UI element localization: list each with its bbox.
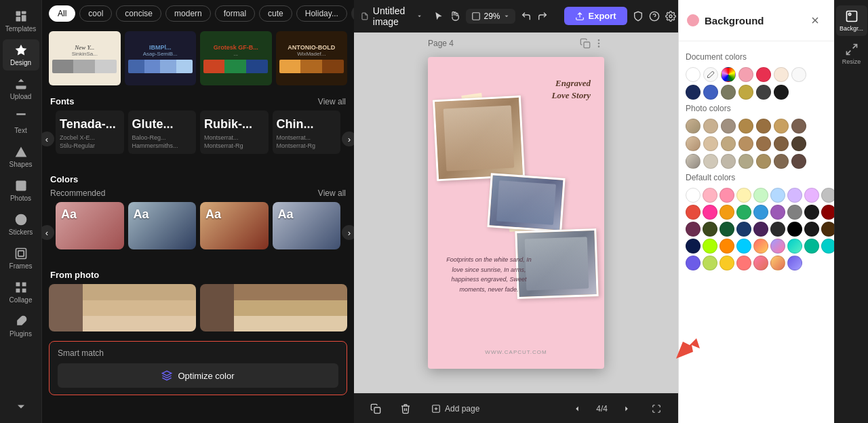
doc-color-black[interactable] bbox=[774, 85, 789, 100]
def-color-gradient3[interactable] bbox=[787, 239, 802, 254]
sidebar-collapse-btn[interactable] bbox=[3, 396, 39, 418]
photo-swatch-2[interactable] bbox=[200, 284, 347, 331]
shield-btn[interactable] bbox=[633, 5, 644, 27]
fonts-view-all[interactable]: View all bbox=[318, 97, 346, 106]
photo-c2-5[interactable] bbox=[774, 136, 789, 151]
optimize-color-btn[interactable]: Optimize color bbox=[58, 363, 338, 388]
template-card-3[interactable]: Grotesk GF-B... ... bbox=[200, 31, 272, 85]
def-color-green[interactable] bbox=[736, 205, 751, 220]
filter-tag-holiday[interactable]: Holiday... bbox=[296, 5, 347, 22]
def-color-cyan[interactable] bbox=[736, 239, 751, 254]
sidebar-item-plugins[interactable]: Plugins bbox=[3, 310, 39, 342]
palette-card-2[interactable]: Aa bbox=[128, 202, 197, 249]
photo-c3-6[interactable] bbox=[791, 154, 806, 169]
doc-color-navy[interactable] bbox=[686, 85, 701, 100]
sidebar-item-shapes[interactable]: Shapes bbox=[3, 141, 39, 172]
def-color-dark-wine[interactable] bbox=[686, 222, 701, 237]
doc-color-red[interactable] bbox=[756, 67, 771, 82]
def-color-dark-olive[interactable] bbox=[703, 222, 717, 237]
palette-card-4[interactable]: Aa bbox=[273, 202, 341, 249]
def-color-dark2[interactable] bbox=[804, 222, 819, 237]
sidebar-item-collage[interactable]: Collage bbox=[3, 277, 39, 308]
def-color-white[interactable] bbox=[686, 188, 701, 203]
def-color-salmon[interactable] bbox=[736, 256, 751, 270]
next-page-btn[interactable] bbox=[616, 398, 637, 420]
def-color-dark-green[interactable] bbox=[719, 222, 734, 237]
def-color-gray-med[interactable] bbox=[787, 205, 802, 220]
def-color-gradient2[interactable] bbox=[770, 239, 785, 254]
fonts-next-btn[interactable]: › bbox=[342, 132, 354, 146]
duplicate-page-btn[interactable] bbox=[365, 398, 387, 420]
def-color-dark-crimson[interactable] bbox=[821, 205, 834, 220]
template-card-2[interactable]: IBMPl... Asap-SemiB... bbox=[125, 31, 197, 85]
filter-tag-formal[interactable]: formal bbox=[215, 5, 255, 22]
doc-color-cream[interactable] bbox=[774, 67, 789, 82]
def-color-dark-red[interactable] bbox=[804, 205, 819, 220]
photo-c2-4[interactable] bbox=[756, 136, 771, 151]
background-panel-close-btn[interactable] bbox=[804, 9, 826, 31]
sidebar-item-stickers[interactable]: Stickers bbox=[3, 209, 39, 240]
doc-color-blue[interactable] bbox=[703, 85, 718, 100]
settings-btn[interactable] bbox=[665, 5, 676, 27]
def-color-orange2[interactable] bbox=[719, 239, 734, 254]
photo-c1-2[interactable] bbox=[721, 119, 736, 134]
delete-page-btn[interactable] bbox=[395, 398, 416, 420]
def-color-pink-light[interactable] bbox=[703, 188, 717, 203]
filter-tag-cool[interactable]: cool bbox=[79, 5, 112, 22]
def-color-lime2[interactable] bbox=[703, 256, 717, 270]
doc-color-darkgray[interactable] bbox=[756, 85, 771, 100]
photo-c1-3[interactable] bbox=[738, 119, 753, 134]
sidebar-item-text[interactable]: Text bbox=[3, 107, 39, 138]
doc-color-rainbow[interactable] bbox=[721, 67, 736, 82]
def-color-amber[interactable] bbox=[719, 256, 734, 270]
def-color-green2[interactable] bbox=[804, 239, 819, 254]
more-options-icon[interactable] bbox=[593, 38, 604, 49]
redo-btn[interactable] bbox=[537, 5, 548, 27]
photo-c2-1[interactable] bbox=[703, 136, 718, 151]
doc-color-white[interactable] bbox=[686, 67, 701, 82]
zoom-selector[interactable]: 29% bbox=[466, 9, 515, 24]
photo-c1-1[interactable] bbox=[703, 119, 718, 134]
def-color-lavender[interactable] bbox=[787, 188, 802, 203]
sidebar-item-design[interactable]: Design bbox=[3, 39, 39, 70]
template-card-4[interactable]: ANTONIO-BOLD WixMadef... bbox=[276, 31, 348, 85]
copy-page-icon[interactable] bbox=[580, 38, 591, 49]
def-color-gradient5[interactable] bbox=[770, 256, 785, 270]
add-page-btn[interactable]: Add page bbox=[425, 400, 486, 418]
font-card-2[interactable]: Glute... Baloo-Reg... Hammersmiths... bbox=[128, 110, 197, 154]
palette-card-1[interactable]: Aa bbox=[56, 202, 124, 249]
export-btn[interactable]: Export bbox=[564, 7, 627, 25]
undo-btn[interactable] bbox=[521, 5, 532, 27]
def-color-navy-dark[interactable] bbox=[686, 239, 701, 254]
def-color-indigo[interactable] bbox=[686, 256, 701, 270]
photo-c3-3[interactable] bbox=[738, 154, 753, 169]
font-card-4[interactable]: Chin... Montserrat... Montserrat-Rg bbox=[273, 110, 341, 154]
def-color-gradient4[interactable] bbox=[753, 256, 768, 270]
photo-c1-6[interactable] bbox=[791, 119, 806, 134]
def-color-red[interactable] bbox=[686, 205, 701, 220]
photo-c1-4[interactable] bbox=[756, 119, 771, 134]
def-color-pink-med[interactable] bbox=[719, 188, 734, 203]
def-color-dark-gray[interactable] bbox=[770, 222, 785, 237]
filter-tag-modern[interactable]: modern bbox=[165, 5, 211, 22]
def-color-gray-light[interactable] bbox=[821, 188, 834, 203]
def-color-yellow-light[interactable] bbox=[736, 188, 751, 203]
document-title[interactable]: Untitled image bbox=[373, 5, 413, 27]
colors-view-all[interactable]: View all bbox=[318, 188, 346, 198]
def-color-gradient6[interactable] bbox=[787, 256, 802, 270]
photo-c2-2[interactable] bbox=[721, 136, 736, 151]
sidebar-item-upload[interactable]: Upload bbox=[3, 73, 39, 104]
pointer-tool-btn[interactable] bbox=[433, 5, 444, 27]
photo-c3-1[interactable] bbox=[703, 154, 718, 169]
canvas-photo-1[interactable] bbox=[433, 96, 525, 182]
right-panel-resize[interactable]: Resize bbox=[836, 39, 867, 69]
def-color-blue-light[interactable] bbox=[770, 188, 785, 203]
def-color-dark-blue[interactable] bbox=[736, 222, 751, 237]
def-color-brown-dark[interactable] bbox=[821, 222, 834, 237]
canvas-page[interactable]: Engraved Love Story bbox=[428, 57, 604, 369]
def-color-teal[interactable] bbox=[821, 239, 834, 254]
def-color-lime[interactable] bbox=[703, 239, 717, 254]
filter-tag-all[interactable]: All bbox=[49, 5, 75, 22]
photo-swatch-1[interactable] bbox=[49, 284, 196, 331]
photo-c2-3[interactable] bbox=[738, 136, 753, 151]
